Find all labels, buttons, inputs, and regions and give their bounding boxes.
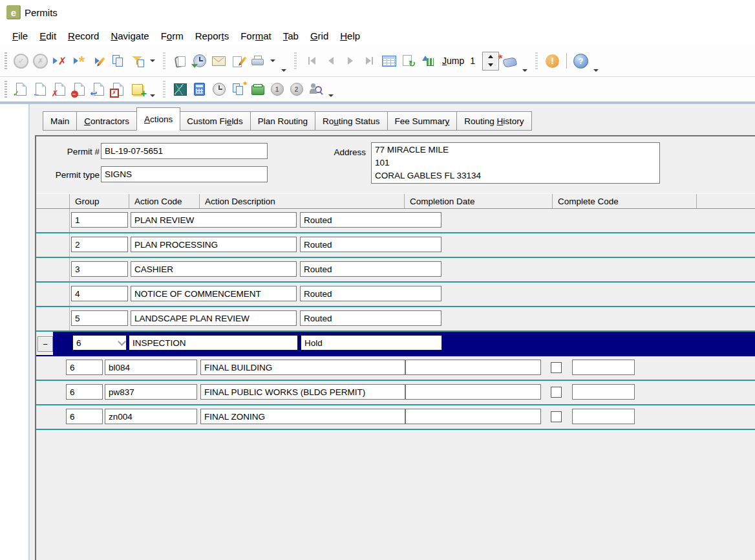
menu-help[interactable]: Help (334, 28, 366, 43)
toolbar-overflow-caret[interactable] (522, 69, 527, 72)
reject-document-button[interactable] (51, 81, 69, 98)
description-cell[interactable]: CASHIER (131, 261, 297, 277)
menu-record[interactable]: Record (62, 28, 105, 43)
column-header-action-code[interactable]: Action Code (129, 194, 199, 208)
column-header-complete-code[interactable]: Complete Code (552, 194, 696, 208)
tab-main[interactable]: Main (43, 111, 77, 131)
column-header-completion-date[interactable]: Completion Date (404, 194, 552, 208)
column-header-group[interactable]: Group (69, 194, 129, 208)
permit-number-field[interactable]: BL-19-07-5651 (101, 143, 268, 159)
description-cell[interactable]: PLAN PROCESSING (131, 237, 297, 252)
status-cell[interactable]: Routed (300, 261, 441, 277)
complete-checkbox[interactable] (551, 387, 562, 398)
previous-record-button[interactable] (322, 52, 339, 70)
status-cell[interactable]: Hold (301, 335, 442, 350)
delete-record-button[interactable] (51, 52, 69, 70)
menu-grid[interactable]: Grid (304, 28, 334, 43)
group-cell[interactable]: 5 (71, 310, 128, 326)
alert-button[interactable]: ! (544, 52, 561, 70)
group-cell[interactable]: 6 (66, 360, 103, 375)
description-cell[interactable]: FINAL PUBLIC WORKS (BLDG PERMIT) (200, 384, 405, 400)
people-search-button[interactable] (307, 81, 324, 98)
history-button[interactable] (191, 52, 208, 70)
group-cell[interactable]: 6 (66, 409, 103, 424)
table-row-group-3[interactable]: 3 CASHIER Routed (36, 258, 755, 283)
description-cell[interactable]: LANDSCAPE PLAN REVIEW (131, 310, 297, 326)
copy-special-button[interactable]: * (229, 81, 247, 98)
group-cell[interactable]: 1 (71, 212, 128, 228)
menu-reports[interactable]: Reports (189, 28, 235, 43)
menu-format[interactable]: Format (235, 28, 277, 43)
description-cell[interactable]: PLAN REVIEW (131, 212, 297, 228)
tab-fee-summary[interactable]: Fee Summary (388, 111, 458, 131)
complete-checkbox[interactable] (551, 362, 562, 373)
next-record-button[interactable] (341, 52, 359, 70)
description-cell[interactable]: INSPECTION (129, 335, 298, 350)
complete-code-cell[interactable] (572, 360, 635, 375)
group-cell[interactable]: 4 (71, 286, 128, 301)
ranking-button[interactable] (419, 52, 436, 70)
action-code-cell[interactable]: pw837 (105, 384, 197, 400)
filter-button[interactable] (129, 52, 146, 70)
menu-navigate[interactable]: Navigate (105, 28, 154, 43)
description-cell[interactable]: FINAL ZONING (200, 409, 405, 424)
status-cell[interactable]: Routed (300, 212, 441, 228)
print-button[interactable] (249, 52, 266, 70)
table-row-group-4[interactable]: 4 NOTICE OF COMMENCEMENT Routed (36, 283, 755, 307)
completion-date-cell[interactable] (405, 409, 541, 424)
web-link-2-button[interactable]: 2 (288, 81, 305, 98)
group-cell[interactable]: 6 (66, 384, 103, 400)
toolbar-grip[interactable] (5, 81, 7, 98)
web-link-1-button[interactable]: 1 (268, 81, 286, 98)
toolbar-overflow-caret[interactable] (281, 69, 286, 72)
jump-value[interactable]: 1 (470, 56, 475, 66)
edit-record-button[interactable] (90, 52, 107, 70)
completion-date-cell[interactable] (405, 384, 541, 400)
time-tracking-button[interactable] (210, 81, 228, 98)
action-code-cell[interactable]: zn004 (105, 409, 197, 424)
toolbar-overflow-caret[interactable] (328, 94, 334, 97)
table-row-detail-3[interactable]: 6 zn004 FINAL ZONING (36, 405, 755, 430)
table-row-group-6-selected[interactable]: − 6 INSPECTION Hold (36, 332, 755, 356)
column-header-indicator[interactable] (36, 194, 69, 208)
menu-form[interactable]: Form (155, 28, 189, 43)
chevron-down-icon[interactable] (118, 338, 126, 346)
address-field[interactable]: 77 MIRACLE MILE 101 CORAL GABLES FL 3313… (371, 142, 660, 184)
cancel-document-button[interactable] (109, 81, 127, 98)
last-record-button[interactable] (361, 52, 378, 70)
status-cell[interactable]: Routed (300, 310, 441, 326)
calculator-button[interactable] (191, 81, 208, 98)
tab-plan-routing[interactable]: Plan Routing (251, 111, 315, 131)
table-row-group-5[interactable]: 5 LANDSCAPE PLAN REVIEW Routed (36, 307, 755, 332)
map-button[interactable] (171, 81, 189, 98)
tab-routing-history[interactable]: Routing History (457, 111, 531, 131)
menu-tab[interactable]: Tab (277, 28, 304, 43)
first-record-button[interactable] (303, 52, 320, 70)
accept-record-button[interactable] (12, 52, 30, 70)
help-dropdown-caret[interactable] (593, 69, 599, 72)
table-row-detail-2[interactable]: 6 pw837 FINAL PUBLIC WORKS (BLDG PERMIT) (36, 381, 755, 405)
tab-custom-fields[interactable]: Custom Fields (180, 111, 250, 131)
insert-record-button[interactable] (70, 52, 88, 70)
notes-dropdown-caret[interactable] (150, 94, 155, 97)
filter-dropdown-caret[interactable] (150, 59, 155, 62)
remove-document-button[interactable] (70, 81, 88, 98)
spinner-up-icon[interactable] (483, 52, 498, 61)
description-cell[interactable]: NOTICE OF COMMENCEMENT (131, 286, 297, 301)
complete-checkbox[interactable] (551, 411, 562, 422)
description-cell[interactable]: FINAL BUILDING (200, 360, 405, 375)
collapse-group-button[interactable]: − (37, 336, 53, 352)
group-cell[interactable]: 3 (71, 261, 128, 277)
toolbar-grip[interactable] (5, 52, 7, 69)
send-mail-button[interactable] (210, 52, 228, 70)
table-row-detail-1[interactable]: 6 bl084 FINAL BUILDING (36, 356, 755, 381)
print-dropdown-caret[interactable] (270, 59, 275, 62)
jump-spinner[interactable] (482, 52, 499, 70)
route-back-document-button[interactable] (32, 81, 49, 98)
cancel-record-button[interactable] (32, 52, 49, 70)
approve-document-button[interactable] (12, 81, 30, 98)
menu-file[interactable]: File (6, 28, 34, 43)
complete-code-cell[interactable] (572, 409, 635, 424)
undo-document-button[interactable] (90, 81, 107, 98)
table-row-group-2[interactable]: 2 PLAN PROCESSING Routed (36, 233, 755, 258)
